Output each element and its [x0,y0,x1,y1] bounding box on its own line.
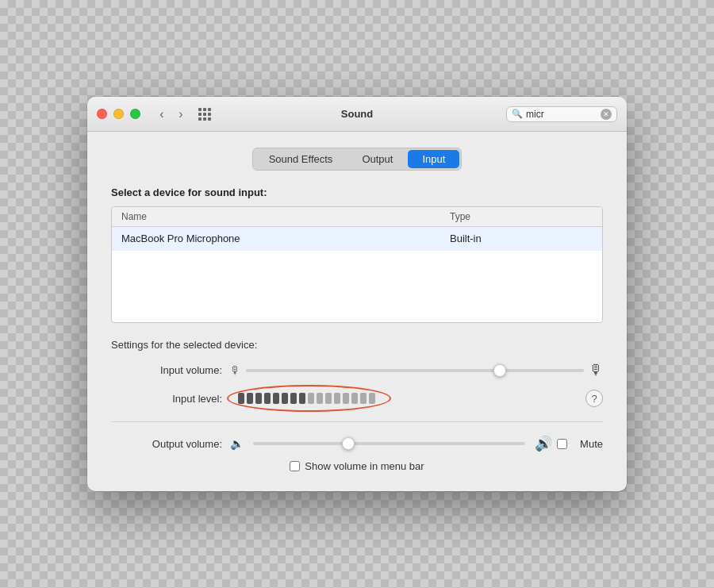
help-button[interactable]: ? [585,390,603,407]
minimize-button[interactable] [113,109,124,119]
show-volume-row: Show volume in menu bar [111,460,603,472]
search-clear-button[interactable]: ✕ [601,109,612,120]
section-title: Select a device for sound input: [111,186,603,198]
level-bar-10 [325,393,332,404]
level-bars [230,388,383,409]
forward-button[interactable]: › [172,106,190,123]
level-bar-8 [308,393,314,404]
grid-icon [198,108,211,121]
level-bar-2 [255,393,262,404]
output-volume-slider-container: 🔈 🔊 Mute [230,435,603,452]
show-volume-label: Show volume in menu bar [305,460,424,472]
level-bar-1 [247,393,253,404]
input-volume-label: Input volume: [111,364,222,376]
show-volume-checkbox[interactable] [290,461,300,471]
output-volume-label: Output volume: [111,438,222,450]
mute-checkbox[interactable] [557,439,567,449]
level-bar-9 [317,393,323,404]
level-bar-14 [360,393,367,404]
input-volume-thumb[interactable] [493,364,506,377]
level-bar-0 [238,393,244,404]
close-button[interactable] [97,109,107,119]
input-volume-track[interactable] [246,369,584,372]
table-row[interactable]: MacBook Pro Microphone Built-in [112,227,602,251]
tab-output[interactable]: Output [347,150,407,168]
window-title: Sound [341,108,373,120]
traffic-lights [97,109,140,119]
level-bar-3 [264,393,271,404]
speaker-large-icon: 🔊 [535,435,552,452]
device-table: Name Type MacBook Pro Microphone Built-i… [111,206,603,323]
search-icon: 🔍 [512,109,523,119]
output-volume-track[interactable] [253,442,525,445]
level-bar-7 [299,393,305,404]
output-volume-thumb[interactable] [342,437,355,450]
header-name: Name [121,211,450,222]
table-empty-space [112,251,602,322]
grid-view-button[interactable] [194,106,215,123]
level-bar-15 [369,393,375,404]
back-button[interactable]: ‹ [153,106,171,123]
title-bar: ‹ › Sound 🔍 ✕ [87,97,627,132]
input-level-label: Input level: [111,393,222,405]
mic-large-icon: 🎙 [589,362,603,379]
level-bar-4 [273,393,279,404]
sound-preferences-window: ‹ › Sound 🔍 ✕ Sound Effects Output Input [87,97,627,491]
content-area: Sound Effects Output Input Select a devi… [87,132,627,491]
search-box[interactable]: 🔍 ✕ [506,106,617,122]
speaker-small-icon: 🔈 [230,437,244,450]
output-volume-fill [253,442,348,445]
level-bar-5 [282,393,288,404]
level-bar-12 [343,393,349,404]
tab-group: Sound Effects Output Input [252,148,463,171]
mic-small-icon: 🎙 [230,364,241,377]
tab-sound-effects[interactable]: Sound Effects [255,150,347,168]
search-input[interactable] [526,109,597,120]
input-volume-fill [246,369,500,372]
header-type: Type [450,211,593,222]
settings-title: Settings for the selected device: [111,339,603,351]
maximize-button[interactable] [130,109,140,119]
device-type: Built-in [450,233,593,244]
tabs-container: Sound Effects Output Input [111,148,603,171]
level-bar-6 [290,393,297,404]
level-bar-11 [334,393,340,404]
table-body: MacBook Pro Microphone Built-in [112,227,602,322]
nav-buttons: ‹ › [153,106,190,123]
input-level-container [230,388,383,409]
level-bar-13 [351,393,358,404]
tab-input[interactable]: Input [408,150,459,168]
divider [111,421,603,422]
input-level-row: Input level: ? [111,388,603,409]
output-volume-row: Output volume: 🔈 🔊 Mute [111,435,603,452]
device-name: MacBook Pro Microphone [121,233,450,244]
input-volume-row: Input volume: 🎙 🎙 [111,362,603,379]
input-volume-slider-container: 🎙 🎙 [230,362,603,379]
mute-label: Mute [580,438,603,450]
table-header: Name Type [112,207,602,227]
